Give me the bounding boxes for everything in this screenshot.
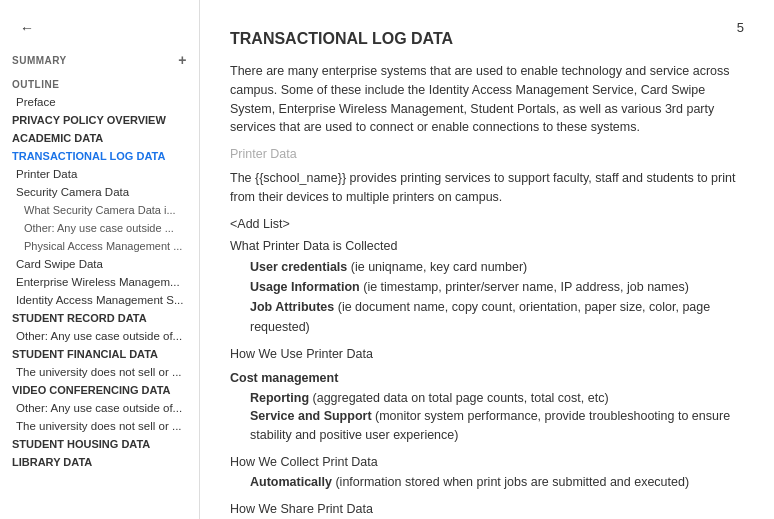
sidebar-item-card-swipe[interactable]: Card Swipe Data bbox=[0, 255, 199, 273]
summary-section-header: SUMMARY + bbox=[0, 46, 199, 71]
reporting-text: (aggregated data on total page counts, t… bbox=[313, 391, 609, 405]
sidebar-item-preface[interactable]: Preface bbox=[0, 93, 199, 111]
sidebar-item-university-not-sell1[interactable]: The university does not sell or ... bbox=[0, 363, 199, 381]
sidebar-item-video-conferencing[interactable]: VIDEO CONFERENCING DATA bbox=[0, 381, 199, 399]
credentials-item: User credentials (ie uniqname, key card … bbox=[250, 257, 744, 277]
sidebar-item-student-record[interactable]: STUDENT RECORD DATA bbox=[0, 309, 199, 327]
add-list-placeholder: <Add List> bbox=[230, 217, 744, 231]
credentials-text: (ie uniqname, key card number) bbox=[351, 260, 527, 274]
sidebar-item-other-use-case1[interactable]: Other: Any use case outside ... bbox=[0, 219, 199, 237]
intro-text: There are many enterprise systems that a… bbox=[230, 62, 744, 137]
sidebar-item-other-use-case3[interactable]: Other: Any use case outside of... bbox=[0, 399, 199, 417]
automatically-label: Automatically bbox=[250, 475, 332, 489]
sidebar-item-privacy-policy[interactable]: PRIVACY POLICY OVERVIEW bbox=[0, 111, 199, 129]
usage-item: Usage Information (ie timestamp, printer… bbox=[250, 277, 744, 297]
sidebar-item-library-data[interactable]: LIBRARY DATA bbox=[0, 453, 199, 471]
sidebar-item-transactional-log[interactable]: TRANSACTIONAL LOG DATA bbox=[0, 147, 199, 165]
how-share-header: How We Share Print Data bbox=[230, 502, 744, 516]
sidebar-item-student-financial[interactable]: STUDENT FINANCIAL DATA bbox=[0, 345, 199, 363]
service-label: Service and Support bbox=[250, 409, 372, 423]
sidebar-item-what-security[interactable]: What Security Camera Data i... bbox=[0, 201, 199, 219]
automatically-item: Automatically (information stored when p… bbox=[250, 473, 744, 492]
section-title: TRANSACTIONAL LOG DATA bbox=[230, 30, 744, 48]
service-item: Service and Support (monitor system perf… bbox=[250, 407, 744, 445]
printer-intro: The {{school_name}} provides printing se… bbox=[230, 169, 744, 207]
reporting-item: Reporting (aggregated data on total page… bbox=[250, 389, 744, 408]
what-collected-header: What Printer Data is Collected bbox=[230, 239, 744, 253]
credentials-label: User credentials bbox=[250, 260, 347, 274]
automatically-text: (information stored when print jobs are … bbox=[335, 475, 689, 489]
cost-management-label: Cost management bbox=[230, 371, 744, 385]
sidebar-item-other-use-case2[interactable]: Other: Any use case outside of... bbox=[0, 327, 199, 345]
back-icon[interactable]: ← bbox=[8, 14, 46, 42]
sidebar-item-security-camera[interactable]: Security Camera Data bbox=[0, 183, 199, 201]
sidebar-item-printer-data[interactable]: Printer Data bbox=[0, 165, 199, 183]
page-number: 5 bbox=[737, 20, 744, 35]
sidebar-item-student-housing[interactable]: STUDENT HOUSING DATA bbox=[0, 435, 199, 453]
job-item: Job Attributes (ie document name, copy c… bbox=[250, 297, 744, 337]
main-content: 5 TRANSACTIONAL LOG DATA There are many … bbox=[200, 0, 774, 519]
job-label: Job Attributes bbox=[250, 300, 334, 314]
usage-text: (ie timestamp, printer/server name, IP a… bbox=[363, 280, 689, 294]
printer-data-subsection: Printer Data bbox=[230, 147, 744, 161]
reporting-label: Reporting bbox=[250, 391, 309, 405]
how-use-header: How We Use Printer Data bbox=[230, 347, 744, 361]
sidebar-item-identity-access[interactable]: Identity Access Management S... bbox=[0, 291, 199, 309]
sidebar-item-academic-data[interactable]: ACADEMIC DATA bbox=[0, 129, 199, 147]
sidebar-item-enterprise-wireless[interactable]: Enterprise Wireless Managem... bbox=[0, 273, 199, 291]
outline-label: OUTLINE bbox=[0, 71, 199, 93]
how-collect-header: How We Collect Print Data bbox=[230, 455, 744, 469]
sidebar-item-physical-access[interactable]: Physical Access Management ... bbox=[0, 237, 199, 255]
sidebar: ← SUMMARY + OUTLINE Preface PRIVACY POLI… bbox=[0, 0, 200, 519]
add-summary-icon[interactable]: + bbox=[178, 52, 187, 68]
usage-label: Usage Information bbox=[250, 280, 360, 294]
sidebar-item-university-not-sell2[interactable]: The university does not sell or ... bbox=[0, 417, 199, 435]
